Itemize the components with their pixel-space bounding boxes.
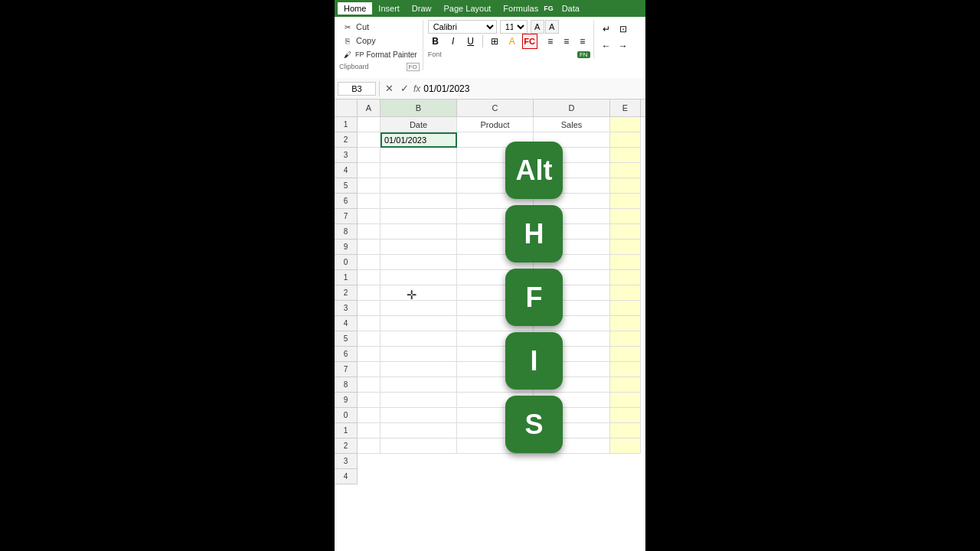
grid-cells: Date Product Sales 01/01/2023 bbox=[358, 117, 645, 484]
row-17[interactable]: 7 bbox=[335, 362, 358, 377]
row-13[interactable]: 3 bbox=[335, 301, 358, 316]
row-10 bbox=[358, 255, 645, 270]
row-17 bbox=[358, 362, 645, 377]
ribbon-tabs: Home Insert Draw Page Layout Formulas FG… bbox=[335, 0, 645, 17]
copy-button[interactable]: ⎘ Copy bbox=[339, 34, 420, 47]
cell-a3[interactable] bbox=[358, 148, 381, 163]
col-header-a[interactable]: A bbox=[358, 99, 381, 116]
format-painter-button[interactable]: 🖌 FP Format Painter bbox=[339, 47, 420, 61]
fo-label: FO bbox=[407, 63, 420, 71]
row-5[interactable]: 5 bbox=[335, 178, 358, 194]
formulas-badge: FG bbox=[541, 4, 556, 13]
cell-e2[interactable] bbox=[610, 132, 641, 148]
align-right[interactable]: ≡ bbox=[575, 34, 590, 49]
cell-b3[interactable] bbox=[381, 148, 457, 163]
row-3[interactable]: 3 bbox=[335, 148, 358, 163]
tab-page-layout[interactable]: Page Layout bbox=[438, 2, 498, 15]
tab-home[interactable]: Home bbox=[338, 2, 372, 15]
cancel-formula-icon[interactable]: ✕ bbox=[383, 83, 395, 94]
row-9[interactable]: 9 bbox=[335, 240, 358, 255]
row-5 bbox=[358, 178, 645, 194]
row-22[interactable]: 2 bbox=[335, 439, 358, 454]
cell-b1[interactable]: Date bbox=[381, 117, 457, 132]
grid-body: 1 2 3 4 5 6 7 8 9 0 1 2 3 4 5 6 7 bbox=[335, 117, 645, 484]
row-10[interactable]: 0 bbox=[335, 255, 358, 270]
data-row-1: 01/01/2023 bbox=[358, 132, 645, 148]
cut-button[interactable]: ✂ Cut bbox=[339, 20, 420, 34]
row-4[interactable]: 4 bbox=[335, 163, 358, 178]
col-header-c[interactable]: C bbox=[457, 99, 534, 116]
col-header-e[interactable]: E bbox=[610, 99, 641, 116]
increase-font-size[interactable]: A bbox=[531, 20, 544, 34]
row-19[interactable]: 9 bbox=[335, 393, 358, 408]
keyboard-shortcut-overlay: Alt H F I S bbox=[505, 142, 563, 453]
cell-a1[interactable] bbox=[358, 117, 381, 132]
cell-c1[interactable]: Product bbox=[457, 117, 534, 132]
font-format-row: B I U ⊞ A FC ≡ ≡ ≡ bbox=[428, 34, 590, 49]
tab-insert[interactable]: Insert bbox=[372, 2, 406, 15]
spreadsheet-grid: A B C D E 1 2 3 4 5 6 7 8 9 bbox=[335, 99, 645, 551]
corner-header bbox=[335, 99, 358, 116]
row-2[interactable]: 2 bbox=[335, 132, 358, 148]
decrease-font-size[interactable]: A bbox=[545, 20, 559, 34]
fn-badge: FN bbox=[577, 51, 590, 58]
col-header-b[interactable]: B bbox=[381, 99, 457, 116]
font-name-select[interactable]: Calibri bbox=[428, 20, 497, 34]
wrap-text[interactable]: ↵ bbox=[599, 21, 614, 37]
align-center[interactable]: ≡ bbox=[559, 34, 574, 49]
font-group-label: Font FN bbox=[428, 49, 590, 58]
row-8[interactable]: 8 bbox=[335, 224, 358, 240]
row-11 bbox=[358, 270, 645, 285]
row-7[interactable]: 7 bbox=[335, 209, 358, 224]
font-color-button[interactable]: FC bbox=[522, 34, 537, 49]
row-6[interactable]: 6 bbox=[335, 194, 358, 209]
row-24[interactable]: 4 bbox=[335, 469, 358, 484]
row-18[interactable]: 8 bbox=[335, 377, 358, 393]
clipboard-group-label: Clipboard FO bbox=[339, 61, 420, 70]
cell-d1[interactable]: Sales bbox=[534, 117, 610, 132]
merge-center[interactable]: ⊡ bbox=[616, 21, 631, 37]
key-f: F bbox=[505, 269, 563, 326]
row-1[interactable]: 1 bbox=[335, 117, 358, 132]
indent-less[interactable]: ← bbox=[599, 38, 614, 54]
formula-input[interactable] bbox=[423, 83, 642, 94]
cell-a2[interactable] bbox=[358, 132, 381, 148]
align-left[interactable]: ≡ bbox=[543, 34, 558, 49]
row-6 bbox=[358, 194, 645, 209]
borders-button[interactable]: ⊞ bbox=[487, 34, 502, 49]
indent-more[interactable]: → bbox=[616, 38, 631, 54]
row-20[interactable]: 0 bbox=[335, 408, 358, 423]
fp-badge-label: FP bbox=[355, 51, 364, 58]
row-14[interactable]: 4 bbox=[335, 316, 358, 331]
confirm-formula-icon[interactable]: ✓ bbox=[398, 83, 410, 94]
key-h: H bbox=[505, 205, 563, 262]
bold-button[interactable]: B bbox=[428, 34, 443, 49]
data-row-2 bbox=[358, 148, 645, 163]
tab-draw[interactable]: Draw bbox=[406, 2, 438, 15]
underline-button[interactable]: U bbox=[463, 34, 479, 49]
row-21[interactable]: 1 bbox=[335, 423, 358, 439]
key-alt: Alt bbox=[505, 142, 563, 199]
font-size-select[interactable]: 11 bbox=[500, 20, 528, 34]
cell-e1[interactable] bbox=[610, 117, 641, 132]
row-22 bbox=[358, 439, 645, 454]
row-18 bbox=[358, 377, 645, 393]
row-12[interactable]: 2 bbox=[335, 285, 358, 301]
row-11[interactable]: 1 bbox=[335, 270, 358, 285]
row-12 bbox=[358, 285, 645, 301]
row-21 bbox=[358, 423, 645, 439]
fill-color-button[interactable]: A bbox=[505, 34, 520, 49]
cell-b2-selected[interactable]: 01/01/2023 bbox=[381, 132, 457, 148]
key-i: I bbox=[505, 332, 563, 390]
italic-button[interactable]: I bbox=[446, 34, 461, 49]
row-23[interactable]: 3 bbox=[335, 454, 358, 469]
cell-e3[interactable] bbox=[610, 148, 641, 163]
row-13 bbox=[358, 301, 645, 316]
row-15[interactable]: 5 bbox=[335, 331, 358, 347]
header-row: Date Product Sales bbox=[358, 117, 645, 132]
tab-data[interactable]: Data bbox=[556, 2, 586, 15]
col-header-d[interactable]: D bbox=[534, 99, 610, 116]
name-box[interactable] bbox=[338, 82, 376, 96]
row-16[interactable]: 6 bbox=[335, 347, 358, 362]
tab-formulas[interactable]: Formulas bbox=[497, 2, 544, 15]
